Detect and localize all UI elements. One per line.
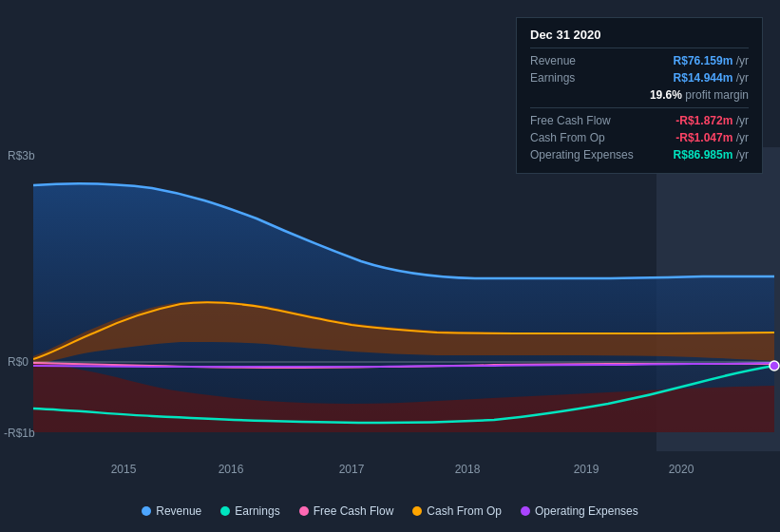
legend-revenue[interactable]: Revenue [142, 504, 201, 518]
legend-opex[interactable]: Operating Expenses [521, 504, 638, 518]
svg-text:2015: 2015 [111, 463, 137, 476]
tooltip-opex-label: Operating Expenses [530, 148, 635, 162]
svg-text:2018: 2018 [455, 463, 481, 476]
svg-text:R$3b: R$3b [8, 149, 35, 162]
svg-text:2019: 2019 [574, 463, 599, 476]
legend-revenue-label: Revenue [156, 504, 201, 518]
legend-opex-dot [521, 506, 530, 516]
tooltip-box: Dec 31 2020 Revenue R$76.159m /yr Earnin… [516, 17, 763, 174]
tooltip-fcf-label: Free Cash Flow [530, 114, 635, 127]
tooltip-opex-row: Operating Expenses R$86.985m /yr [530, 146, 749, 163]
tooltip-fcf-row: Free Cash Flow -R$1.872m /yr [530, 112, 749, 129]
svg-text:2016: 2016 [219, 463, 244, 476]
legend-cashop-dot [412, 506, 422, 516]
tooltip-earnings-row: Earnings R$14.944m /yr [530, 69, 749, 86]
svg-text:-R$1b: -R$1b [4, 427, 35, 440]
legend-earnings[interactable]: Earnings [220, 504, 279, 518]
tooltip-revenue-value: R$76.159m /yr [674, 54, 749, 67]
tooltip-earnings-label: Earnings [530, 71, 635, 85]
tooltip-revenue-row: Revenue R$76.159m /yr [530, 52, 749, 69]
legend-earnings-dot [220, 506, 230, 516]
legend-earnings-label: Earnings [235, 504, 279, 518]
legend-revenue-dot [142, 506, 151, 516]
svg-point-11 [770, 361, 779, 370]
tooltip-opex-value: R$86.985m /yr [674, 148, 749, 162]
svg-text:2017: 2017 [339, 463, 365, 476]
legend-cashop[interactable]: Cash From Op [412, 504, 502, 518]
legend-fcf-dot [299, 506, 309, 516]
svg-text:R$0: R$0 [8, 355, 29, 369]
legend-cashop-label: Cash From Op [427, 504, 502, 518]
chart-legend: Revenue Earnings Free Cash Flow Cash Fro… [0, 504, 780, 518]
tooltip-cashop-row: Cash From Op -R$1.047m /yr [530, 129, 749, 146]
legend-fcf-label: Free Cash Flow [314, 504, 394, 518]
tooltip-margin-row: 19.6% profit margin [530, 86, 749, 104]
tooltip-earnings-value: R$14.944m /yr [674, 71, 749, 85]
chart-container: R$0 R$3b -R$1b 2015 2016 2017 2018 2019 … [0, 0, 780, 532]
tooltip-fcf-value: -R$1.872m /yr [675, 114, 749, 127]
tooltip-divider2 [530, 107, 749, 108]
tooltip-divider [530, 48, 749, 48]
legend-fcf[interactable]: Free Cash Flow [299, 504, 394, 518]
svg-text:2020: 2020 [669, 463, 694, 476]
tooltip-margin-value: 19.6% profit margin [650, 88, 749, 102]
tooltip-cashop-label: Cash From Op [530, 131, 635, 144]
legend-opex-label: Operating Expenses [535, 504, 638, 518]
tooltip-revenue-label: Revenue [530, 54, 635, 67]
tooltip-date: Dec 31 2020 [530, 28, 749, 42]
tooltip-cashop-value: -R$1.047m /yr [675, 131, 749, 144]
